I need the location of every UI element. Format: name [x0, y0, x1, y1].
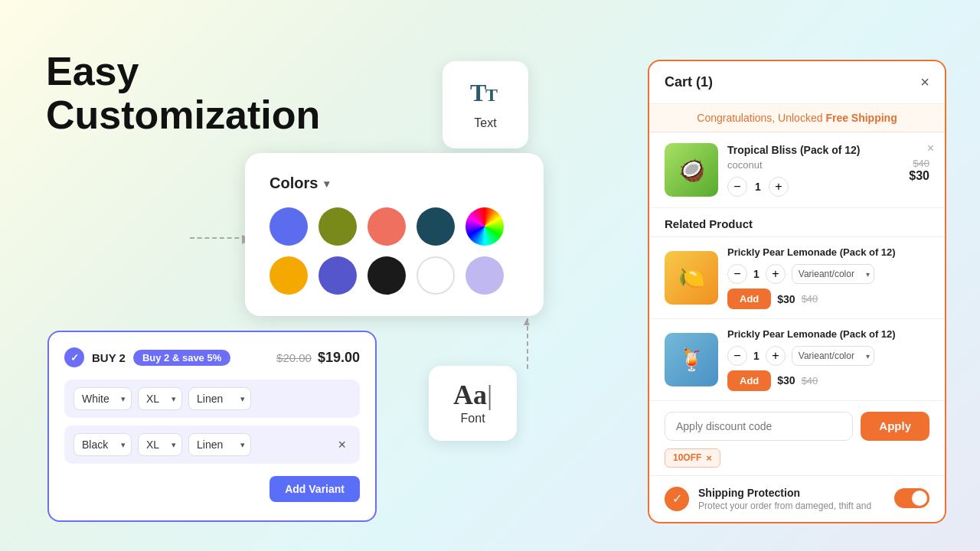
color-swatch-rainbow[interactable]	[466, 207, 504, 246]
color-swatch-indigo[interactable]	[318, 256, 357, 295]
related-2-variant-wrap[interactable]: Varieant/color	[792, 346, 874, 366]
svg-text:T: T	[485, 85, 498, 105]
discount-tag-label: 10OFF	[673, 452, 701, 463]
related-2-qty-decrease[interactable]: −	[727, 346, 747, 366]
font-widget[interactable]: Aa| Font	[429, 366, 517, 441]
size-select-1[interactable]: XL L M S	[138, 387, 182, 410]
cart-item-1-variant: coconut	[727, 159, 900, 171]
related-1-price-new: $30	[777, 293, 795, 305]
material-select-1[interactable]: Linen Cotton	[188, 387, 251, 410]
cart-item-1: 🥥 Tropical Bliss (Pack of 12) coconut − …	[649, 132, 945, 208]
variant-header: ✓ BUY 2 Buy 2 & save 5% $20.00 $19.00	[64, 347, 360, 367]
related-1-price-old: $40	[802, 293, 818, 305]
dashed-arrow-line	[190, 237, 247, 239]
arrow-up-icon: ▲	[521, 315, 532, 328]
add-variant-button[interactable]: Add Variant	[270, 476, 360, 502]
buy-save-badge: Buy 2 & save 5%	[133, 350, 230, 366]
colors-panel: Colors ▾	[245, 153, 544, 316]
variant-row-2: Black White XL L M S Linen Cotton ×	[64, 425, 360, 464]
cart-item-1-price-new: $30	[909, 169, 929, 183]
material-select-wrapper-1[interactable]: Linen Cotton	[188, 387, 251, 410]
check-icon: ✓	[64, 347, 84, 367]
shield-icon: ✓	[665, 487, 689, 511]
cart-close-button[interactable]: ×	[920, 73, 929, 91]
discount-tags: 10OFF ×	[665, 448, 929, 468]
related-1-qty-increase[interactable]: +	[766, 264, 786, 284]
discount-tag-10off: 10OFF ×	[665, 448, 720, 468]
size-select-wrapper-1[interactable]: XL L M S	[138, 387, 182, 410]
cart-title: Cart (1)	[665, 74, 713, 90]
related-2-add-button[interactable]: Add	[727, 370, 771, 391]
related-1-qty-value: 1	[753, 268, 760, 280]
related-item-2-image: 🍹	[665, 333, 718, 386]
text-widget-label: Text	[474, 116, 496, 130]
color-select-wrapper-1[interactable]: White Black	[74, 387, 132, 410]
text-widget[interactable]: T T Text	[443, 61, 528, 148]
remove-variant-2-button[interactable]: ×	[333, 435, 351, 455]
font-aa-icon: Aa|	[453, 381, 492, 409]
color-swatch-black[interactable]	[368, 256, 406, 295]
color-swatch-teal[interactable]	[416, 207, 455, 246]
qty-value: 1	[755, 181, 761, 193]
discount-tag-remove-button[interactable]: ×	[706, 452, 712, 464]
related-2-price-new: $30	[777, 374, 795, 386]
related-products-header: Related Product	[649, 208, 945, 237]
colors-header: Colors ▾	[270, 174, 519, 192]
discount-section: Apply 10OFF ×	[649, 401, 945, 476]
cart-item-1-name: Tropical Bliss (Pack of 12)	[727, 143, 900, 157]
color-swatch-orange[interactable]	[270, 256, 308, 295]
related-1-variant-select[interactable]: Varieant/color	[792, 264, 874, 284]
color-select-2[interactable]: Black White	[74, 433, 132, 456]
size-select-2[interactable]: XL L M S	[138, 433, 182, 456]
price-original: $20.00	[276, 351, 312, 364]
qty-control: − 1 +	[727, 177, 900, 197]
color-select-wrapper-2[interactable]: Black White	[74, 433, 132, 456]
free-shipping-text: Free Shipping	[825, 112, 897, 124]
free-shipping-banner: Congratulations, Unlocked Free Shipping	[649, 104, 945, 132]
svg-text:T: T	[470, 80, 486, 106]
related-item-1-name: Prickly Pear Lemonade (Pack of 12)	[727, 246, 929, 259]
size-select-wrapper-2[interactable]: XL L M S	[138, 433, 182, 456]
discount-code-input[interactable]	[665, 412, 853, 441]
related-item-1-image: 🍋	[665, 251, 718, 305]
cart-panel: Cart (1) × Congratulations, Unlocked Fre…	[648, 60, 946, 523]
price-sale: $19.00	[318, 350, 360, 366]
related-1-qty-decrease[interactable]: −	[727, 264, 747, 284]
cart-header: Cart (1) ×	[649, 61, 945, 104]
color-swatch-coral[interactable]	[368, 207, 406, 246]
color-swatch-olive[interactable]	[318, 207, 357, 246]
material-select-2[interactable]: Linen Cotton	[188, 433, 251, 456]
color-swatch-lavender[interactable]	[466, 256, 504, 295]
related-1-add-button[interactable]: Add	[727, 289, 771, 309]
related-2-qty-value: 1	[753, 350, 760, 362]
related-2-qty-increase[interactable]: +	[766, 346, 786, 366]
related-2-price-old: $40	[802, 375, 818, 386]
related-2-variant-select[interactable]: Varieant/color	[792, 346, 874, 366]
discount-apply-button[interactable]: Apply	[861, 412, 929, 441]
material-select-wrapper-2[interactable]: Linen Cotton	[188, 433, 251, 456]
text-tt-icon: T T	[470, 80, 501, 112]
font-widget-label: Font	[461, 412, 485, 425]
related-1-variant-wrap[interactable]: Varieant/color	[792, 264, 874, 284]
qty-decrease-button[interactable]: −	[727, 177, 747, 197]
chevron-down-icon[interactable]: ▾	[324, 178, 329, 190]
cart-item-1-remove-button[interactable]: ×	[927, 142, 934, 155]
color-swatch-blue[interactable]	[270, 207, 308, 246]
related-item-2-name: Prickly Pear Lemonade (Pack of 12)	[727, 328, 929, 341]
variant-panel: ✓ BUY 2 Buy 2 & save 5% $20.00 $19.00 Wh…	[47, 331, 377, 522]
color-select-1[interactable]: White Black	[74, 387, 132, 410]
related-item-1: 🍋 Prickly Pear Lemonade (Pack of 12) − 1…	[649, 237, 945, 319]
shipping-protection-title: Shipping Protection	[698, 487, 885, 499]
cart-item-1-price-old: $40	[909, 158, 929, 169]
shipping-protection: ✓ Shipping Protection Protect your order…	[649, 476, 945, 522]
shipping-protection-desc: Protect your order from dameged, thift a…	[698, 500, 885, 511]
hero-title: Easy Customization	[46, 50, 320, 137]
color-swatch-white[interactable]	[416, 256, 455, 295]
shipping-protection-toggle[interactable]	[894, 488, 929, 508]
buy-label: BUY 2	[92, 351, 126, 364]
variant-row-1: White Black XL L M S Linen Cotton	[64, 380, 360, 418]
colors-grid	[270, 207, 519, 295]
qty-increase-button[interactable]: +	[769, 177, 789, 197]
cart-item-1-image: 🥥	[665, 143, 718, 197]
related-item-2: 🍹 Prickly Pear Lemonade (Pack of 12) − 1…	[649, 319, 945, 401]
